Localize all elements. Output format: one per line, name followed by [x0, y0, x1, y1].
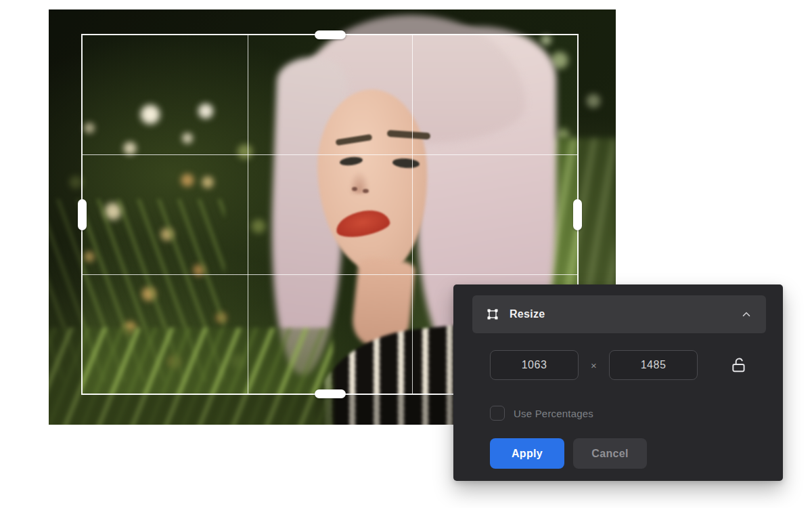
use-percentages-label[interactable]: Use Percentages [514, 408, 593, 419]
apply-button[interactable]: Apply [490, 438, 564, 469]
use-percentages-checkbox[interactable] [490, 406, 505, 421]
resize-panel-header[interactable]: Resize [472, 295, 766, 333]
crop-dim-overlay [49, 34, 81, 395]
crop-handle-right[interactable] [573, 199, 582, 230]
crop-handle-bottom[interactable] [315, 389, 346, 398]
grid-line-horizontal [83, 274, 577, 275]
grid-line-vertical [412, 35, 413, 394]
height-input[interactable] [609, 350, 698, 380]
grid-line-horizontal [83, 154, 577, 155]
chevron-up-icon[interactable] [740, 308, 752, 320]
use-percentages-row[interactable]: Use Percentages [490, 406, 593, 421]
editor-stage: Resize × Use Percentages Apply [0, 0, 812, 508]
transform-handles-icon [486, 308, 499, 321]
grid-line-vertical [248, 35, 248, 394]
panel-title: Resize [510, 308, 545, 320]
unlock-icon[interactable] [730, 356, 748, 374]
cancel-button[interactable]: Cancel [573, 438, 647, 469]
crop-handle-left[interactable] [78, 199, 87, 230]
dimension-separator: × [579, 360, 609, 371]
crop-handle-top[interactable] [315, 30, 346, 39]
resize-panel: Resize × Use Percentages Apply [453, 284, 783, 481]
panel-actions: Apply Cancel [490, 438, 647, 469]
dimensions-row: × [490, 350, 748, 380]
width-input[interactable] [490, 350, 579, 380]
